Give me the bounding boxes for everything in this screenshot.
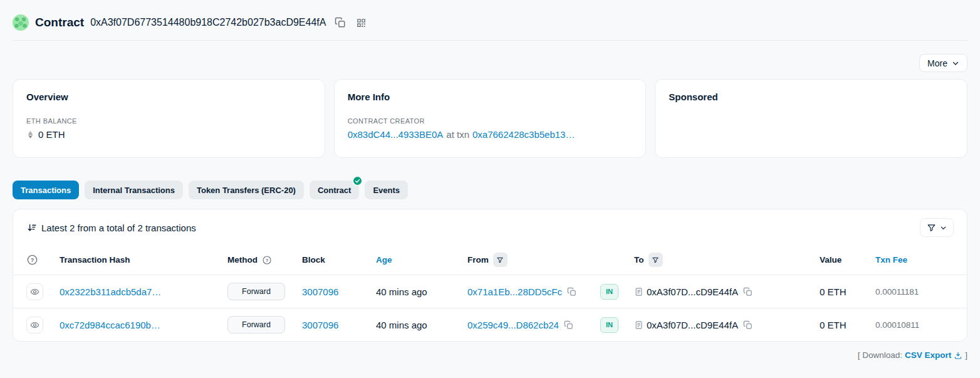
fee-text: 0.00010811 bbox=[875, 320, 919, 330]
copy-from-address-button[interactable] bbox=[567, 287, 576, 297]
tab-token-transfers-erc-20[interactable]: Token Transfers (ERC-20) bbox=[189, 181, 304, 199]
document-icon bbox=[634, 287, 644, 297]
column-header-from: From bbox=[467, 255, 489, 265]
column-header-to: To bbox=[634, 255, 644, 265]
more-dropdown-button[interactable]: More bbox=[919, 54, 967, 72]
tab-label: Internal Transactions bbox=[93, 186, 175, 195]
column-header-age-toggle[interactable]: Age bbox=[376, 255, 392, 265]
to-filter-button[interactable] bbox=[649, 253, 663, 267]
method-badge[interactable]: Forward bbox=[227, 283, 285, 300]
filter-funnel-icon bbox=[927, 223, 936, 233]
svg-text:?: ? bbox=[31, 257, 34, 263]
copy-icon bbox=[743, 287, 753, 297]
download-prefix-text: [ Download: bbox=[858, 350, 902, 360]
creator-address-link[interactable]: 0x83dC44...4933BE0A bbox=[348, 129, 444, 140]
to-address-text: 0xA3f07D...cD9E44fA bbox=[647, 286, 738, 297]
tab-events[interactable]: Events bbox=[365, 181, 408, 199]
eth-balance-label: ETH BALANCE bbox=[26, 117, 311, 125]
column-header-block: Block bbox=[302, 255, 376, 265]
column-header-method: Method bbox=[227, 255, 258, 265]
value-text: 0 ETH bbox=[820, 286, 847, 297]
tabs: Transactions Internal Transactions Token… bbox=[13, 181, 967, 199]
copy-icon bbox=[564, 320, 573, 330]
column-header-value: Value bbox=[812, 255, 872, 265]
column-header-hash: Transaction Hash bbox=[60, 255, 227, 265]
fee-text: 0.00011181 bbox=[875, 287, 919, 297]
tab-label: Events bbox=[373, 186, 400, 195]
help-icon[interactable]: ? bbox=[262, 255, 272, 265]
transactions-body: 0x2322b311adcb5da7… Forward 3007096 40 m… bbox=[13, 275, 967, 341]
tab-transactions[interactable]: Transactions bbox=[13, 181, 79, 199]
tab-internal-transactions[interactable]: Internal Transactions bbox=[85, 181, 183, 199]
transaction-row: 0x2322b311adcb5da7… Forward 3007096 40 m… bbox=[13, 275, 967, 308]
filter-funnel-icon bbox=[652, 256, 659, 264]
block-link[interactable]: 3007096 bbox=[302, 286, 338, 297]
filter-funnel-icon bbox=[496, 256, 504, 264]
table-header-row: ? Transaction Hash Method ? Block Age Fr… bbox=[13, 245, 967, 275]
chevron-down-icon bbox=[940, 224, 947, 231]
from-address-link[interactable]: 0x71a1Eb...28DD5cFc bbox=[467, 286, 562, 297]
copy-to-address-button[interactable] bbox=[743, 320, 753, 330]
tab-contract[interactable]: Contract bbox=[310, 181, 359, 199]
from-filter-button[interactable] bbox=[493, 253, 508, 267]
contract-address: 0xA3f07D6773514480b918C2742b027b3acD9E44… bbox=[90, 17, 326, 28]
tx-preview-eye-button[interactable] bbox=[26, 317, 43, 333]
csv-export-link[interactable]: CSV Export bbox=[905, 350, 962, 360]
transactions-summary: Latest 2 from a total of 2 transactions bbox=[41, 223, 196, 233]
more-button-label: More bbox=[927, 58, 947, 68]
creation-txn-link[interactable]: 0xa7662428c3b5eb13… bbox=[472, 129, 575, 140]
tab-label: Transactions bbox=[21, 186, 71, 195]
verified-check-icon bbox=[352, 176, 363, 186]
qr-code-icon bbox=[356, 18, 367, 28]
creator-connector-text: at txn bbox=[446, 129, 469, 140]
csv-export-label: CSV Export bbox=[905, 350, 951, 360]
age-text: 40 mins ago bbox=[376, 286, 427, 297]
from-address-link[interactable]: 0x259c49...D862cb24 bbox=[467, 320, 559, 330]
qr-code-button[interactable] bbox=[355, 16, 368, 29]
more-info-title: More Info bbox=[348, 92, 633, 102]
entity-type-label: Contract bbox=[35, 16, 84, 29]
header-divider bbox=[13, 40, 967, 41]
chevron-down-icon bbox=[952, 60, 959, 67]
copy-icon bbox=[335, 17, 346, 28]
tx-hash-link[interactable]: 0xc72d984ccac6190b… bbox=[60, 320, 160, 330]
tab-label: Contract bbox=[318, 186, 351, 195]
copy-icon bbox=[743, 320, 753, 330]
sponsored-card: Sponsored bbox=[655, 79, 967, 158]
overview-card: Overview ETH BALANCE 0 ETH bbox=[13, 79, 325, 158]
direction-badge: IN bbox=[600, 284, 618, 300]
tx-preview-eye-button[interactable] bbox=[26, 283, 43, 300]
age-text: 40 mins ago bbox=[376, 320, 427, 330]
eth-balance-value: 0 ETH bbox=[38, 129, 65, 140]
contract-creator-label: CONTRACT CREATOR bbox=[348, 117, 633, 125]
copy-from-address-button[interactable] bbox=[564, 320, 573, 330]
help-icon[interactable]: ? bbox=[26, 254, 38, 266]
download-row: [ Download: CSV Export ] bbox=[13, 350, 967, 360]
copy-address-button[interactable] bbox=[333, 16, 347, 29]
block-link[interactable]: 3007096 bbox=[302, 320, 338, 330]
copy-to-address-button[interactable] bbox=[743, 287, 753, 297]
table-filter-button[interactable] bbox=[920, 218, 954, 237]
eye-icon bbox=[30, 320, 39, 330]
download-icon bbox=[954, 351, 962, 360]
sponsored-title: Sponsored bbox=[669, 92, 954, 102]
svg-text:?: ? bbox=[266, 257, 269, 263]
transactions-panel: Latest 2 from a total of 2 transactions … bbox=[13, 209, 967, 342]
address-identicon bbox=[13, 14, 29, 31]
sort-desc-icon bbox=[26, 223, 37, 233]
overview-title: Overview bbox=[26, 92, 311, 102]
column-header-fee-toggle[interactable]: Txn Fee bbox=[875, 255, 907, 265]
download-suffix-text: ] bbox=[965, 350, 967, 360]
tx-hash-link[interactable]: 0x2322b311adcb5da7… bbox=[60, 286, 161, 297]
copy-icon bbox=[567, 287, 576, 297]
to-address-text: 0xA3f07D...cD9E44fA bbox=[647, 320, 738, 330]
eye-icon bbox=[30, 287, 39, 297]
transaction-row: 0xc72d984ccac6190b… Forward 3007096 40 m… bbox=[13, 308, 967, 341]
tab-label: Token Transfers (ERC-20) bbox=[197, 186, 296, 195]
value-text: 0 ETH bbox=[820, 320, 847, 330]
page-header: Contract 0xA3f07D6773514480b918C2742b027… bbox=[13, 0, 967, 33]
eth-diamond-icon bbox=[26, 130, 34, 139]
document-icon bbox=[634, 320, 644, 330]
more-info-card: More Info CONTRACT CREATOR 0x83dC44...49… bbox=[334, 79, 647, 158]
method-badge[interactable]: Forward bbox=[227, 316, 285, 333]
